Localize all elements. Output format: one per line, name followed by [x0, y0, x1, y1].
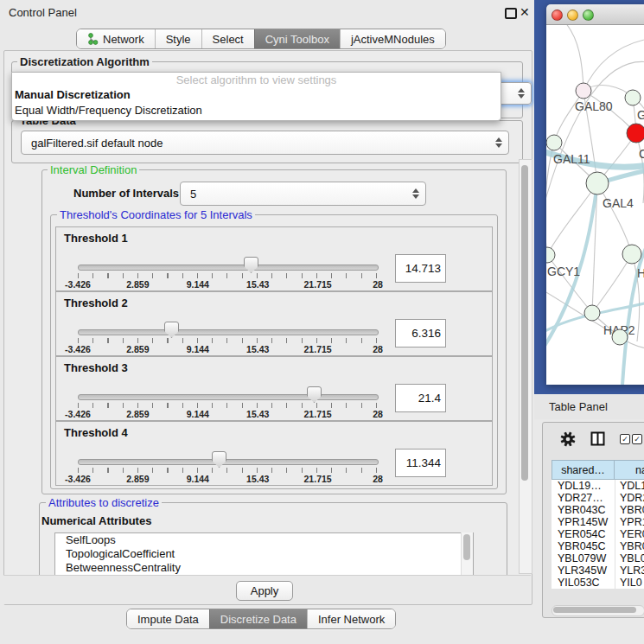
scrollbar-thumb[interactable]	[553, 607, 636, 613]
threshold-value-field[interactable]: 6.316	[395, 319, 446, 348]
threshold-value-field[interactable]: 21.4	[395, 384, 446, 412]
table-row[interactable]: YIL053C YIL0	[552, 577, 644, 589]
apply-button[interactable]: Apply	[236, 581, 293, 601]
tab-impute-data[interactable]: Impute Data	[127, 609, 209, 628]
table-row[interactable]: YBR045C YBR0	[552, 540, 644, 552]
dropdown-item-manual-discretization[interactable]: Manual Discretization	[12, 87, 501, 103]
network-node[interactable]	[576, 83, 592, 99]
table-row[interactable]: YBR043C YBR0	[552, 504, 644, 516]
tab-discretize-data[interactable]: Discretize Data	[209, 609, 307, 628]
tick-label: 2.859	[126, 409, 149, 419]
split-columns-icon[interactable]	[590, 431, 605, 446]
threshold-value-field[interactable]: 11.344	[395, 449, 446, 477]
cell-shared-name[interactable]: YPR145W	[552, 516, 615, 528]
cell-name[interactable]: YIL0	[615, 577, 644, 589]
threshold-slider-track[interactable]	[78, 394, 379, 400]
tab-label: Style	[166, 33, 191, 46]
network-canvas[interactable]: GAL80 GA C GAL11	[546, 25, 644, 385]
network-node[interactable]	[586, 172, 609, 195]
zoom-traffic-light-icon[interactable]	[583, 10, 594, 21]
combo-arrows-icon	[495, 137, 502, 148]
table-row[interactable]: YDR27… YDR2	[552, 492, 644, 504]
threshold-slider-track[interactable]	[78, 329, 379, 335]
tick-label: -3.426	[65, 409, 91, 419]
table-row[interactable]: YBL079W YBL0	[552, 552, 644, 564]
network-node[interactable]	[622, 245, 642, 265]
cell-shared-name[interactable]: YIL053C	[552, 577, 615, 589]
list-item[interactable]: SelfLoops	[55, 533, 473, 547]
interval-definition-title: Interval Definition	[48, 163, 139, 176]
scrollbar-thumb[interactable]	[463, 534, 470, 560]
threshold-label: Threshold 2	[64, 296, 128, 309]
tab-style[interactable]: Style	[155, 29, 201, 48]
table-row[interactable]: YDL19… YDL1	[552, 480, 644, 492]
table-panel-title: Table Panel	[549, 400, 608, 413]
close-traffic-light-icon[interactable]	[552, 10, 563, 21]
cell-shared-name[interactable]: YBL079W	[552, 552, 615, 564]
table-row[interactable]: YPR145W YPR1	[552, 516, 644, 528]
tab-network[interactable]: Network	[77, 29, 155, 48]
threshold-slider-track[interactable]	[78, 459, 379, 465]
checkbox-icon[interactable]: ✓	[632, 434, 642, 444]
num-intervals-combobox[interactable]: 5	[180, 182, 426, 206]
network-node[interactable]	[612, 329, 628, 346]
cell-shared-name[interactable]: YDL19…	[552, 480, 615, 492]
cell-shared-name[interactable]: YER054C	[552, 528, 615, 540]
cell-shared-name[interactable]: YLR345W	[552, 564, 615, 577]
scrollbar-thumb[interactable]	[521, 165, 528, 481]
cell-name[interactable]: YER0	[615, 528, 644, 540]
cell-shared-name[interactable]: YBR043C	[552, 504, 615, 516]
network-node[interactable]	[546, 135, 563, 151]
table-panel-titlebar: Table Panel	[534, 394, 644, 420]
column-header-shared-name[interactable]: shared…	[552, 460, 615, 480]
network-node[interactable]	[625, 90, 641, 106]
panel-scrollbar[interactable]	[519, 159, 532, 574]
dropdown-item-equal-width-frequency[interactable]: Equal Width/Frequency Discretization	[12, 103, 501, 118]
tab-jactivemnodules[interactable]: jActiveMNodules	[340, 29, 445, 48]
tick-label: 15.43	[246, 409, 269, 419]
cell-name[interactable]: YPR1	[615, 516, 644, 528]
cell-name[interactable]: YLR3	[615, 564, 644, 577]
tab-infer-network[interactable]: Infer Network	[307, 609, 395, 628]
cell-name[interactable]: YDR2	[615, 492, 644, 504]
threshold-value-field[interactable]: 14.713	[395, 254, 446, 283]
checkbox-icon[interactable]: ✓	[620, 434, 630, 444]
list-scrollbar[interactable]	[461, 532, 473, 578]
network-node[interactable]	[584, 305, 601, 322]
list-item[interactable]: BetweennessCentrality	[55, 561, 473, 575]
network-node-label: GAL4	[603, 196, 634, 210]
cell-shared-name[interactable]: YBR045C	[552, 540, 615, 552]
tab-select[interactable]: Select	[201, 29, 254, 48]
threshold-slider-thumb[interactable]	[244, 257, 258, 273]
tab-cyni-toolbox[interactable]: Cyni Toolbox	[254, 29, 340, 48]
tab-label: Impute Data	[137, 613, 199, 626]
float-window-icon[interactable]	[505, 8, 517, 19]
network-window-titlebar[interactable]	[546, 4, 644, 25]
panel-title: Control Panel	[9, 6, 77, 19]
minimize-traffic-light-icon[interactable]	[567, 10, 578, 21]
thresholds-group-title: Threshold's Coordinates for 5 Intervals	[57, 208, 255, 221]
threshold-slider-thumb[interactable]	[212, 451, 226, 468]
column-header-name[interactable]: na	[615, 460, 644, 480]
threshold-panel: Threshold 4 -3.4262.8599.14415.4321.7152…	[55, 421, 493, 486]
cell-name[interactable]: YBR0	[615, 540, 644, 552]
tab-label: jActiveMNodules	[351, 33, 435, 46]
list-item[interactable]: TopologicalCoefficient	[55, 547, 473, 561]
table-horizontal-scrollbar[interactable]	[552, 605, 644, 616]
table-row[interactable]: YER054C YER0	[552, 528, 644, 540]
threshold-slider-thumb[interactable]	[164, 322, 179, 338]
threshold-slider-track[interactable]	[78, 265, 379, 271]
table-row[interactable]: YLR345W YLR3	[552, 564, 644, 577]
cell-name[interactable]: YBR0	[615, 504, 644, 516]
cell-name[interactable]: YBL0	[615, 552, 644, 564]
cell-name[interactable]: YDL1	[615, 480, 644, 492]
close-icon[interactable]: ✕	[520, 5, 530, 19]
threshold-slider-thumb[interactable]	[307, 386, 322, 403]
network-node[interactable]	[627, 124, 644, 143]
numerical-attributes-list[interactable]: SelfLoopsTopologicalCoefficientBetweenne…	[54, 532, 474, 578]
gear-icon[interactable]	[560, 431, 576, 447]
table-data-combobox[interactable]: galFiltered.sif default node	[21, 131, 509, 155]
cell-shared-name[interactable]: YDR27…	[552, 492, 615, 504]
slider-tick-marks: -3.4262.8599.14415.4321.71528	[78, 403, 378, 408]
tick-label: 21.715	[304, 474, 332, 484]
